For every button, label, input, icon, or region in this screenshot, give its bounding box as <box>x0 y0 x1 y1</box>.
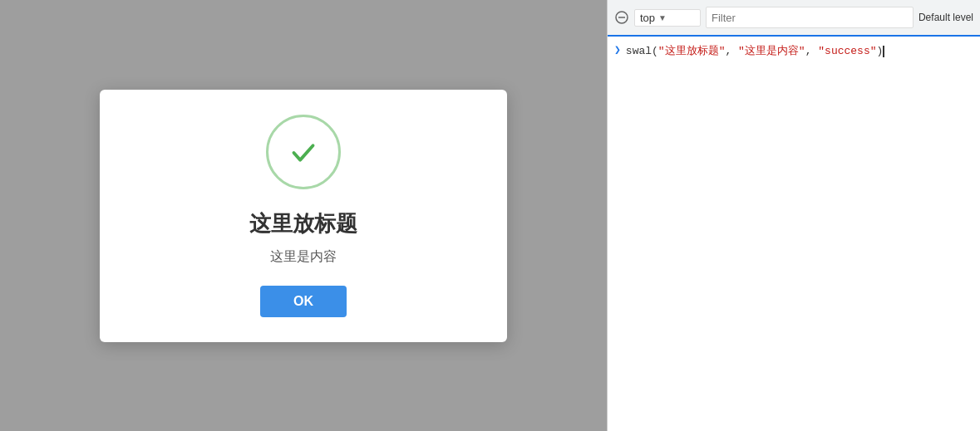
console-arg3: "success" <box>818 45 876 57</box>
console-comma1: , <box>725 45 738 57</box>
swal-dialog: 这里放标题 这里是内容 OK <box>100 90 507 342</box>
swal-success-icon <box>266 115 341 189</box>
filter-input[interactable] <box>706 7 914 28</box>
console-function-name: swal( <box>626 45 658 57</box>
console-command-line: ❯ swal("这里放标题", "这里是内容", "success") <box>608 42 980 60</box>
devtools-console: ❯ swal("这里放标题", "这里是内容", "success") <box>608 37 980 431</box>
devtools-toolbar: top ▼ Default level <box>608 0 980 37</box>
console-comma2: , <box>805 45 819 57</box>
swal-content: 这里是内容 <box>270 248 337 266</box>
console-arg2: "这里是内容" <box>738 45 805 57</box>
context-label: top <box>640 12 655 24</box>
swal-title: 这里放标题 <box>249 209 357 238</box>
console-prompt: ❯ <box>614 43 621 56</box>
context-arrow-icon: ▼ <box>658 13 667 22</box>
level-selector[interactable]: Default level <box>918 12 973 23</box>
context-selector[interactable]: top ▼ <box>634 9 701 27</box>
devtools-panel: top ▼ Default level ❯ swal("这里放标题", "这里是… <box>607 0 980 431</box>
console-arg1: "这里放标题" <box>658 45 726 57</box>
swal-ok-button[interactable]: OK <box>260 286 347 317</box>
clear-console-icon[interactable] <box>614 10 629 25</box>
checkmark-svg <box>283 131 324 173</box>
browser-area: 这里放标题 这里是内容 OK <box>0 0 607 431</box>
console-close-paren: ) <box>877 45 884 57</box>
console-cursor <box>883 46 884 57</box>
console-code: swal("这里放标题", "这里是内容", "success") <box>626 43 884 58</box>
